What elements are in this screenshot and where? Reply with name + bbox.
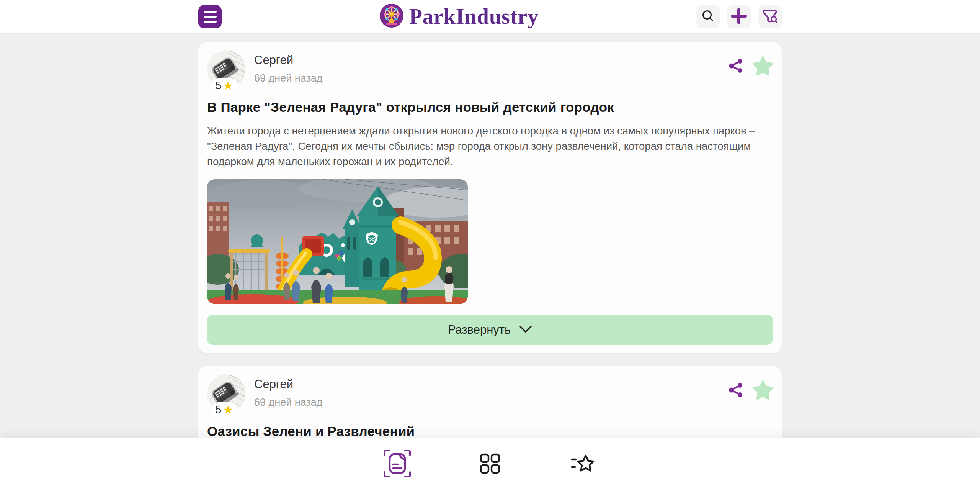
star-list-icon	[570, 453, 595, 475]
filter-search-icon	[761, 8, 778, 26]
post-body: Жители города с нетерпением ждали открыт…	[207, 123, 773, 169]
search-button[interactable]	[696, 5, 720, 28]
post-time: 69 дней назад	[254, 397, 323, 408]
top-bar: ParkIndustry	[0, 0, 980, 34]
favorite-star-icon	[753, 380, 773, 401]
author-rating-badge: 5 ★	[211, 402, 238, 418]
ferris-wheel-logo-icon	[379, 3, 404, 29]
author-name: Сергей	[254, 377, 323, 391]
add-post-button[interactable]	[727, 5, 751, 28]
share-icon	[728, 382, 743, 399]
rating-star-icon: ★	[223, 404, 233, 416]
author-avatar[interactable]: 5 ★	[207, 374, 246, 413]
logo-text: ParkIndustry	[409, 4, 539, 29]
author-avatar[interactable]: 5 ★	[207, 50, 246, 89]
search-icon	[700, 8, 715, 25]
add-post-icon	[730, 7, 748, 26]
favorite-button[interactable]	[753, 380, 773, 401]
hamburger-menu-button[interactable]	[198, 5, 222, 28]
nav-news-feed-button[interactable]	[384, 449, 411, 479]
news-feed: 5 ★ Сергей 69 дней назад	[0, 34, 980, 490]
topbar-actions	[696, 5, 782, 28]
post-photo-playground[interactable]	[207, 179, 468, 304]
chevron-down-icon	[519, 325, 532, 334]
rating-value: 5	[215, 79, 221, 92]
author-name: Сергей	[254, 53, 323, 67]
rating-value: 5	[215, 403, 221, 416]
share-button[interactable]	[728, 382, 743, 399]
favorite-star-icon	[753, 56, 773, 77]
post-title: Оазисы Зелени и Развлечений	[207, 424, 773, 439]
expand-label: Развернуть	[448, 323, 511, 337]
post-card: 5 ★ Сергей 69 дней назад	[198, 42, 782, 353]
post-title: В Парке "Зеленая Радуга" открылся новый …	[207, 100, 773, 115]
share-button[interactable]	[728, 58, 743, 75]
author-rating-badge: 5 ★	[211, 78, 238, 93]
rating-star-icon: ★	[223, 80, 233, 92]
filter-search-button[interactable]	[758, 5, 782, 28]
post-time: 69 дней назад	[254, 72, 323, 84]
news-feed-scan-icon	[383, 449, 412, 479]
favorite-button[interactable]	[753, 56, 773, 77]
hamburger-icon	[204, 11, 217, 13]
nav-favorites-button[interactable]	[569, 449, 596, 479]
grid-icon	[479, 453, 501, 475]
app-logo: ParkIndustry	[379, 3, 539, 29]
share-icon	[728, 58, 743, 75]
nav-categories-button[interactable]	[477, 449, 503, 479]
bottom-navigation	[0, 438, 980, 490]
expand-post-button[interactable]: Развернуть	[207, 315, 773, 345]
